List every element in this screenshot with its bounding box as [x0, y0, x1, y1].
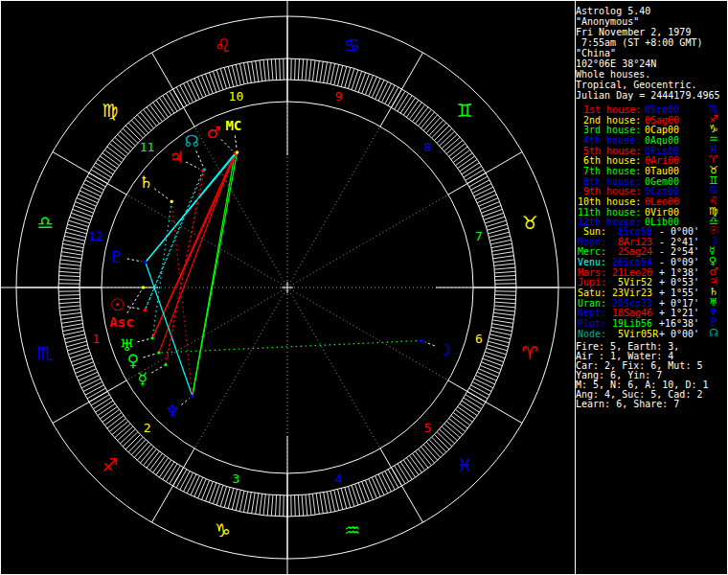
- planet-glyph-node: ☊: [185, 131, 199, 150]
- planet-glyph-neptune: ♆: [166, 402, 180, 421]
- header-line-1: Astrolog 5.40: [576, 6, 728, 16]
- planet-glyph-pluto: ♇: [109, 247, 124, 266]
- planet-glyph-mars: ♂: [206, 123, 220, 142]
- pointer-line-pluto: [127, 259, 142, 262]
- degree-dot-mercury: [164, 363, 167, 366]
- header-line-9: Julian Day = 2444179.4965: [576, 90, 728, 101]
- pointer-line-venus: [143, 354, 155, 357]
- sign-glyph-virgo: ♍: [102, 100, 118, 121]
- header-line-2: "Anonymous": [576, 16, 728, 27]
- house-number-12: 12: [88, 229, 103, 243]
- degree-dot-neptune: [191, 394, 193, 397]
- house-row-10: 10th house:0Leo00♌: [576, 197, 728, 208]
- house-cusp-line: [126, 289, 284, 381]
- astrolog-window: ♈♉♊♋♌♍♎♏♐♑♒♓123456789101112☉☽☿♀♂♃♄♅♆♇☊As…: [0, 0, 728, 575]
- house-row-7: 7th house:0Tau00♉: [576, 167, 728, 177]
- sign-glyph-gemini: ♊: [457, 100, 473, 121]
- sign-glyph-sagittarius: ♐: [102, 454, 118, 475]
- degree-dot-pluto: [144, 261, 147, 264]
- degree-dot-venus: [157, 351, 160, 354]
- natal-chart-wheel: ♈♉♊♋♌♍♎♏♐♑♒♓123456789101112☉☽☿♀♂♃♄♅♆♇☊As…: [0, 0, 575, 575]
- house-number-9: 9: [335, 89, 343, 104]
- planet-position: 19Lib56: [612, 319, 652, 330]
- sign-glyph-leo: ♌: [215, 34, 231, 56]
- planet-glyph-jupiter: ♃: [170, 148, 184, 167]
- chart-header: Astrolog 5.40"Anonymous"Fri November 2, …: [576, 6, 728, 101]
- sign-glyph-libra: ♎: [36, 212, 53, 233]
- house-number-5: 5: [423, 421, 431, 435]
- sign-glyph-cancer: ♋: [344, 34, 360, 56]
- planet-row-satu: Satu:23Vir23+ 1°55'♄: [576, 288, 728, 299]
- planet-glyph-mercury: ☿: [137, 369, 147, 388]
- element-summary: Fire: 5, Earth: 3,Air : 1, Water: 4Car: …: [576, 342, 728, 409]
- planet-glyph-saturn: ♄: [139, 172, 153, 192]
- pointer-line-sun: [127, 307, 141, 310]
- house-number-8: 8: [423, 140, 431, 154]
- planet-icon: ☊: [709, 329, 718, 339]
- header-line-7: Whole houses.: [576, 69, 728, 80]
- aspect-line-moon-venus: [159, 340, 421, 353]
- pointer-line-mercury: [151, 367, 162, 373]
- house-cusp-value: 0Tau00: [645, 167, 679, 177]
- degree-dot-uranus: [150, 336, 153, 339]
- house-cusp-line: [126, 195, 284, 287]
- planet-position: 5Vir05R: [612, 330, 658, 340]
- pointer-line-mc: [235, 135, 237, 149]
- header-line-3: Fri November 2, 1979: [576, 27, 728, 37]
- pointer-line-saturn: [154, 189, 169, 199]
- planet-glyph-uranus: ♅: [120, 335, 134, 355]
- sign-glyph-aquarius: ♒: [344, 519, 360, 540]
- header-line-5: "China": [576, 48, 728, 58]
- panel-separator: [575, 0, 576, 575]
- pointer-line-mars: [221, 139, 233, 150]
- planet-velocity: + 1°55': [659, 288, 699, 299]
- header-line-4: 7:55am (ST +8:00 GMT): [576, 37, 728, 48]
- planet-position-list: Sun: 8Sco58- 0°00'☉Moon: 8Ari23- 2°41'☽M…: [576, 227, 728, 339]
- house-number-7: 7: [475, 229, 483, 243]
- pointer-line-jupiter: [186, 162, 199, 169]
- planet-velocity: + 0°00': [659, 330, 699, 340]
- pointer-line-asc: [127, 290, 142, 312]
- aspect-line-mc-neptune: [193, 152, 238, 396]
- house-number-4: 4: [335, 472, 343, 486]
- house-number-1: 1: [92, 332, 100, 346]
- sign-glyph-pisces: ♓: [457, 454, 473, 475]
- house-cusp-value: 0Leo00: [645, 197, 679, 208]
- sign-glyph-capricorn: ♑: [215, 519, 231, 540]
- pointer-line-node: [196, 150, 203, 166]
- pointer-line-moon: [425, 342, 435, 346]
- pointer-line-uranus: [137, 339, 148, 342]
- house-label: 10th house:: [578, 197, 641, 208]
- house-number-2: 2: [144, 421, 151, 435]
- info-panel: Astrolog 5.40"Anonymous"Fri November 2, …: [576, 0, 728, 575]
- house-number-3: 3: [233, 472, 240, 486]
- house-cusp-line: [290, 289, 448, 381]
- house-number-6: 6: [475, 332, 483, 346]
- planet-position: 23Vir23: [612, 288, 652, 299]
- planet-label: Plut:: [578, 319, 606, 330]
- degree-dot-moon: [420, 339, 422, 342]
- house-cusp-line: [289, 126, 381, 285]
- summary-line-7: Learn: 6, Share: 7: [576, 400, 728, 409]
- house-cusp-line: [290, 195, 448, 287]
- planet-glyph-sun: ☉: [110, 295, 125, 314]
- house-label: 7th house:: [578, 167, 641, 177]
- house-cusp-list: 1st house:0Sco00♏ 2nd house:0Sag00♐ 3rd …: [576, 105, 728, 228]
- house-number-11: 11: [140, 140, 155, 154]
- aspect-line-mars-venus: [159, 153, 235, 353]
- degree-dot-mc: [236, 150, 239, 153]
- sign-glyph-taurus: ♉: [522, 212, 538, 233]
- planet-row-plut: Plut:19Lib56+16°38'♇: [576, 319, 728, 330]
- planet-label: Satu:: [578, 288, 606, 299]
- angle-label-asc: Asc: [109, 314, 133, 330]
- house-cusp-line: [194, 126, 286, 285]
- chart-wheel-canvas: ♈♉♊♋♌♍♎♏♐♑♒♓123456789101112☉☽☿♀♂♃♄♅♆♇☊As…: [0, 0, 575, 575]
- pointer-line-neptune: [181, 399, 189, 405]
- planet-glyph-moon: ☽: [437, 340, 451, 359]
- header-line-6: 102°06E 38°24N: [576, 58, 728, 69]
- sign-glyph-aries: ♈: [522, 342, 538, 363]
- house-cusp-line: [194, 290, 286, 448]
- planet-label: Node:: [578, 330, 606, 340]
- angle-label-mc: MC: [225, 118, 241, 133]
- degree-dot-node: [203, 168, 206, 171]
